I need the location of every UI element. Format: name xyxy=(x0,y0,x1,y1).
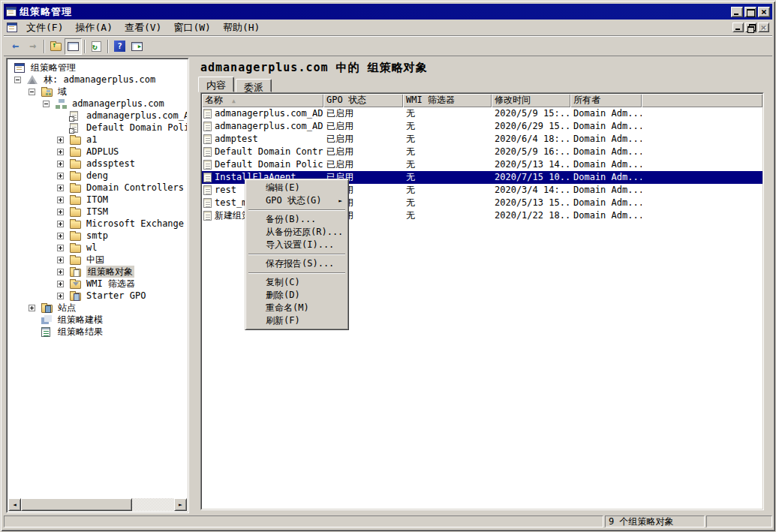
table-row[interactable]: admanagerplus.com_AD...已启用无2020/5/9 15:.… xyxy=(202,107,762,120)
column-header-wmi-filter[interactable]: WMI 筛选器 xyxy=(403,94,492,107)
cell-wmi-filter: 无 xyxy=(403,146,492,158)
collapse-icon[interactable] xyxy=(29,89,35,95)
context-menu-import-settings[interactable]: 导入设置(I)... xyxy=(247,239,347,251)
tree-item[interactable]: ITSM xyxy=(8,206,187,218)
scroll-left-button[interactable]: ◄ xyxy=(8,498,21,511)
menu-help[interactable]: 帮助(H) xyxy=(217,20,266,36)
tree-item[interactable]: smtp xyxy=(8,230,187,242)
tree-item[interactable]: ITOM xyxy=(8,194,187,206)
context-menu-save-report[interactable]: 保存报告(S)... xyxy=(247,257,347,270)
cell-wmi-filter: 无 xyxy=(403,171,492,184)
expand-icon[interactable] xyxy=(57,233,64,239)
context-menu-refresh[interactable]: 刷新(F) xyxy=(247,314,347,327)
context-menu-copy[interactable]: 复制(C) xyxy=(247,276,347,289)
cell-owner: Domain Adm... xyxy=(570,107,642,120)
title-bar[interactable]: 组策略管理 xyxy=(4,4,772,20)
context-menu-edit[interactable]: 编辑(E) xyxy=(247,182,347,194)
child-minimize-button[interactable] xyxy=(732,23,744,32)
tree-item[interactable]: WMI 筛选器 xyxy=(8,278,187,290)
cell-wmi-filter: 无 xyxy=(403,184,492,197)
expand-icon[interactable] xyxy=(57,269,64,275)
tree-item[interactable]: 组策略建模 xyxy=(8,314,187,326)
context-menu-rename[interactable]: 重命名(M) xyxy=(247,302,347,314)
expand-icon[interactable] xyxy=(57,281,64,287)
tree-item[interactable]: Domain Controllers xyxy=(8,182,187,194)
table-row[interactable]: admanagerplus.com_AD...已启用无2020/6/29 15.… xyxy=(202,120,762,133)
tree-item[interactable]: 组策略对象 xyxy=(8,266,187,278)
tree-item-label: admanagerplus.com_ADAud xyxy=(86,110,187,122)
context-menu-gpo-status[interactable]: GPO 状态(G)► xyxy=(247,194,347,207)
tree-item[interactable]: ADPLUS xyxy=(8,146,187,158)
context-menu-backup[interactable]: 备份(B)... xyxy=(247,213,347,226)
context-menu-restore-from-backup[interactable]: 从备份还原(R)... xyxy=(247,226,347,239)
expand-icon[interactable] xyxy=(57,161,64,167)
menu-view[interactable]: 查看(V) xyxy=(119,20,167,36)
toolbar-show-console-tree-button[interactable] xyxy=(65,38,82,55)
expand-icon[interactable] xyxy=(57,209,64,215)
expand-icon[interactable] xyxy=(57,257,64,263)
menu-action[interactable]: 操作(A) xyxy=(69,20,118,36)
window-title: 组策略管理 xyxy=(20,5,72,19)
table-row[interactable]: Default Domain Contr...已启用无2020/5/9 16:.… xyxy=(202,146,762,158)
context-menu-delete[interactable]: 删除(D) xyxy=(247,289,347,302)
tree-item[interactable]: deng xyxy=(8,170,187,182)
menu-window[interactable]: 窗口(W) xyxy=(167,20,216,36)
tree-item[interactable]: 中国 xyxy=(8,254,187,266)
tree-item[interactable]: 组策略结果 xyxy=(8,326,187,338)
tree-icon-cell xyxy=(14,63,29,73)
menu-file[interactable]: 文件(F) xyxy=(20,20,69,36)
column-header-gpo-status[interactable]: GPO 状态 xyxy=(323,94,403,107)
column-header-name[interactable]: 名称▲ xyxy=(202,94,323,107)
toolbar-refresh-button[interactable] xyxy=(88,38,105,55)
expand-icon[interactable] xyxy=(57,149,64,155)
toolbar-up-one-level-button[interactable]: ↑ xyxy=(47,38,65,55)
toolbar-back-button[interactable]: ← xyxy=(7,38,24,55)
expand-icon[interactable] xyxy=(57,197,64,203)
expand-icon[interactable] xyxy=(57,221,64,227)
tree-item[interactable]: admanagerplus.com xyxy=(8,98,187,110)
collapse-icon[interactable] xyxy=(14,77,21,83)
expand-icon[interactable] xyxy=(57,293,64,299)
toolbar-help-button[interactable]: ? xyxy=(111,38,128,55)
scroll-thumb[interactable] xyxy=(21,498,132,511)
tree-item[interactable]: 林: admanagerplus.com xyxy=(8,74,187,86)
expand-icon[interactable] xyxy=(57,137,64,143)
table-row[interactable]: Default Domain Policy已启用无2020/5/13 14...… xyxy=(202,158,762,171)
child-restore-button[interactable] xyxy=(745,23,756,32)
child-close-button[interactable] xyxy=(758,23,769,32)
menu-separator xyxy=(248,272,345,274)
tree-item[interactable]: Starter GPO xyxy=(8,290,187,302)
column-header-owner[interactable]: 所有者 xyxy=(570,94,642,107)
tree-item[interactable]: wl xyxy=(8,242,187,254)
tab-contents[interactable]: 内容 xyxy=(198,77,234,92)
toolbar-forward-button[interactable]: → xyxy=(24,38,41,55)
column-header-modified[interactable]: 修改时间 xyxy=(492,94,570,107)
tree-horizontal-scrollbar[interactable]: ◄ ► xyxy=(8,498,187,511)
expand-icon[interactable] xyxy=(57,185,64,191)
collapse-icon[interactable] xyxy=(43,101,50,107)
tree-item[interactable]: a1 xyxy=(8,134,187,146)
tree-item[interactable]: Default Domain Policy xyxy=(8,122,187,134)
window-minimize-button[interactable] xyxy=(731,7,743,17)
tree-item[interactable]: adssptest xyxy=(8,158,187,170)
scroll-right-button[interactable]: ► xyxy=(174,498,187,511)
table-row[interactable]: admptest已启用无2020/6/4 18:...Domain Adm... xyxy=(202,133,762,146)
tree-item-label: deng xyxy=(86,170,108,182)
cell-owner: Domain Adm... xyxy=(570,184,642,197)
tree-item[interactable]: 站点 xyxy=(8,302,187,314)
child-window-icon[interactable] xyxy=(7,23,17,32)
tree-item[interactable]: 组策略管理 xyxy=(8,62,187,74)
scroll-track[interactable] xyxy=(21,498,174,511)
expand-icon[interactable] xyxy=(29,305,35,311)
tree-item[interactable]: Microsoft Exchange Secu xyxy=(8,218,187,230)
window-close-button[interactable] xyxy=(758,7,770,17)
tree-icon-cell xyxy=(70,183,84,193)
toolbar-show-action-pane-button[interactable]: ▶ xyxy=(128,38,146,55)
column-header-filler[interactable] xyxy=(642,94,762,107)
tree-item[interactable]: 域 xyxy=(8,86,187,98)
tree-item[interactable]: admanagerplus.com_ADAud xyxy=(8,110,187,122)
expand-icon[interactable] xyxy=(57,245,64,251)
window-maximize-button[interactable] xyxy=(744,7,756,17)
tab-delegation[interactable]: 委派 xyxy=(236,79,272,92)
expand-icon[interactable] xyxy=(57,173,64,179)
